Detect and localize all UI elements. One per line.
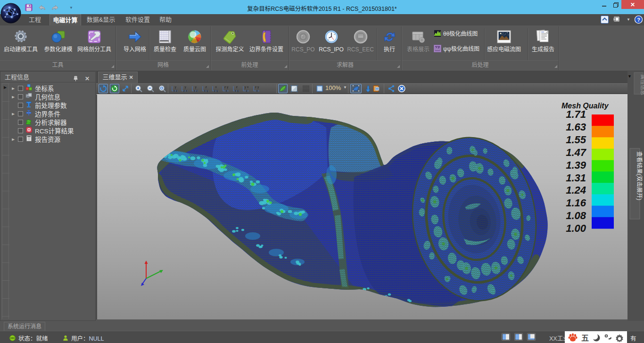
svg-text:1.31: 1.31 bbox=[566, 172, 586, 184]
svg-text:z y: z y bbox=[214, 89, 218, 92]
svg-text:1.47: 1.47 bbox=[566, 147, 587, 158]
svg-text:查看结果(双击展开): 查看结果(双击展开) bbox=[636, 151, 643, 200]
svg-text:x y: x y bbox=[204, 89, 208, 92]
svg-text:z y: z y bbox=[255, 85, 259, 89]
svg-text:z: z bbox=[236, 85, 237, 89]
svg-text:x z: x z bbox=[173, 89, 177, 92]
svg-text:1.08: 1.08 bbox=[566, 210, 586, 221]
svg-text:1.63: 1.63 bbox=[566, 121, 586, 133]
svg-text:1.39: 1.39 bbox=[566, 159, 586, 171]
svg-text:y: y bbox=[195, 85, 197, 89]
svg-text:y x: y x bbox=[245, 85, 249, 89]
svg-text:1.71: 1.71 bbox=[566, 108, 586, 120]
svg-text:属性信息: 属性信息 bbox=[640, 74, 644, 95]
svg-text:z y: z y bbox=[224, 85, 229, 89]
svg-text:1.24: 1.24 bbox=[566, 184, 586, 196]
svg-text:1.00: 1.00 bbox=[566, 222, 586, 234]
svg-text:1.16: 1.16 bbox=[566, 197, 586, 209]
svg-text:x y: x y bbox=[235, 89, 239, 92]
svg-text:1.55: 1.55 bbox=[566, 134, 586, 146]
svg-text:?: ? bbox=[637, 17, 640, 23]
svg-text:x z: x z bbox=[194, 89, 198, 92]
svg-text:z: z bbox=[246, 89, 248, 92]
svg-text:x: x bbox=[215, 85, 217, 89]
svg-text:y: y bbox=[174, 85, 176, 89]
svg-text:z x: z x bbox=[183, 89, 188, 92]
svg-text:y: y bbox=[185, 85, 187, 89]
svg-text:z: z bbox=[205, 85, 206, 89]
